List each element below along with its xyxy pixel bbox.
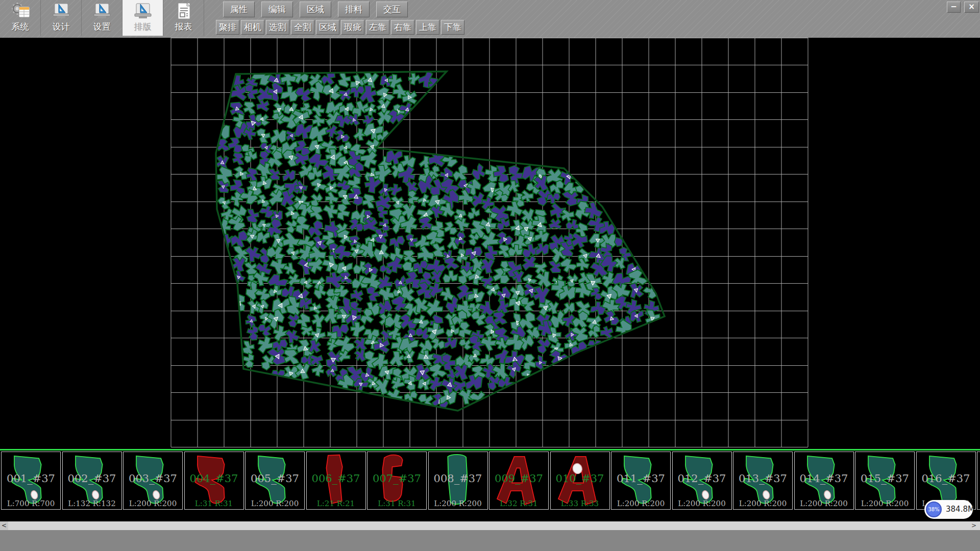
ribbon-tab-label: 系统 [12,21,29,33]
scroll-left-arrow-icon[interactable]: < [0,521,8,530]
part-lr-count: L:32 R:31 [489,499,548,508]
part-id-label: 016_#37 [917,472,975,485]
tool-button[interactable]: 上靠 [416,20,439,35]
part-thumbnail[interactable]: 009_#37 L:32 R:31 [489,452,549,510]
memory-status-badge[interactable]: 38% 384.8M [924,500,973,519]
system-gear-icon [10,2,31,20]
bottom-bar [0,530,980,551]
close-button[interactable]: × [964,2,979,13]
scroll-right-arrow-icon[interactable]: > [970,521,978,530]
part-lr-count: L:200 R:200 [246,499,304,508]
menu-button[interactable]: 编辑 [261,2,293,17]
part-id-label: 003_#37 [124,472,182,485]
part-id-label: 014_#37 [795,472,853,485]
menu-button[interactable]: 属性 [223,2,255,17]
part-id-label: 004_#37 [185,472,243,485]
nesting-canvas[interactable] [0,38,980,449]
ribbon-tab-system[interactable]: 系统 [0,0,41,36]
ribbon-tab-label: 设置 [93,21,111,33]
part-lr-count: L:200 R:200 [795,499,853,508]
part-lr-count: L:200 R:200 [733,499,792,508]
part-thumbnail[interactable]: 014_#37 L:200 R:200 [794,452,854,510]
part-id-label: 011_#37 [611,472,670,485]
horizontal-scrollbar[interactable]: < > [0,521,980,530]
part-thumbnail[interactable]: 012_#37 L:200 R:200 [672,452,732,510]
parts-thumbnail-strip: 001_#37 L:700 R:700 002_#37 L:132 R:132 … [0,450,980,511]
nesting-ruler-icon [133,2,153,20]
ribbon-tab-label: 报表 [175,21,192,33]
part-thumbnail[interactable]: 005_#37 L:200 R:200 [245,452,305,510]
part-thumbnail[interactable]: 003_#37 L:200 R:200 [123,452,183,510]
part-thumbnail[interactable]: 007_#37 L:31 R:31 [367,452,427,510]
part-thumbnail[interactable]: 013_#37 L:200 R:200 [733,452,793,510]
ribbon-tab-report[interactable]: 报表 [163,0,204,36]
part-id-label: 006_#37 [307,472,365,485]
part-id-label: 005_#37 [246,472,304,485]
report-doc-icon [174,2,194,20]
settings-ruler-icon [92,2,112,20]
tool-button[interactable]: 区域 [316,20,339,35]
part-id-label: 008_#37 [429,472,487,485]
part-lr-count: L:200 R:200 [855,499,914,508]
tool-button[interactable]: 全割 [291,20,314,35]
part-lr-count: L:31 R:31 [368,499,426,508]
ribbon-tab-label: 设计 [53,21,70,33]
part-thumbnail[interactable]: 006_#37 L:21 R:21 [306,452,366,510]
tool-button[interactable]: 右靠 [391,20,414,35]
part-id-label: 007_#37 [368,472,426,485]
part-id-label: 001_#37 [2,472,60,485]
progress-percent-badge: 38% [926,502,942,517]
part-thumbnail[interactable]: 015_#37 L:200 R:200 [855,452,915,510]
ribbon-tab-bar: 系统 设计 设置 排版 报表 [0,0,204,36]
ribbon-tab-settings[interactable]: 设置 [82,0,122,36]
tool-button[interactable]: 下靠 [441,20,464,35]
menu-button[interactable]: 交互 [376,2,408,17]
part-thumbnail[interactable] [977,452,980,510]
part-lr-count: L:200 R:200 [124,499,182,508]
part-thumbnail[interactable]: 008_#37 L:200 R:200 [428,452,488,510]
part-shape [977,452,980,509]
part-lr-count: L:200 R:200 [429,499,487,508]
menu-bar: 属性 编辑 区域 排料 交互 [223,2,408,17]
part-lr-count: L:132 R:132 [63,499,121,508]
tool-button[interactable]: 左靠 [366,20,389,35]
ribbon-tab-nesting[interactable]: 排版 [122,0,163,36]
part-lr-count: L:31 R:31 [185,499,243,508]
part-lr-count: L:33 R:33 [551,499,609,508]
part-id-label: 013_#37 [733,472,792,485]
minimize-button[interactable]: − [947,2,961,13]
tool-button[interactable]: 选割 [266,20,289,35]
part-id-label: 009_#37 [489,472,548,485]
part-lr-count: L:200 R:200 [673,499,731,508]
part-lr-count: L:700 R:700 [2,499,60,508]
toolbar: 系统 设计 设置 排版 报表 [0,0,980,38]
part-lr-count: L:200 R:200 [611,499,670,508]
nesting-drawing [0,38,980,449]
tool-button[interactable]: 相机 [241,20,264,35]
ribbon-tab-label: 排版 [134,21,152,33]
tool-button[interactable]: 聚排 [216,20,239,35]
part-thumbnail[interactable]: 011_#37 L:200 R:200 [611,452,671,510]
tool-button[interactable]: 瑕疵 [341,20,364,35]
part-thumbnail[interactable]: 004_#37 L:31 R:31 [184,452,244,510]
design-ruler-icon [51,2,71,20]
ribbon-tab-design[interactable]: 设计 [41,0,82,36]
app-window: 系统 设计 设置 排版 报表 [0,0,980,551]
part-thumbnail[interactable]: 002_#37 L:132 R:132 [62,452,122,510]
tool-button-bar: 聚排 相机 选割 全割 区域 瑕疵 左靠 右靠 上靠 下靠 [216,20,464,35]
part-thumbnail[interactable]: 010_#37 L:33 R:33 [550,452,610,510]
part-id-label: 010_#37 [551,472,609,485]
part-id-label: 002_#37 [63,472,121,485]
part-id-label: 015_#37 [855,472,914,485]
menu-button[interactable]: 排料 [338,2,370,17]
menu-button[interactable]: 区域 [300,2,331,17]
part-thumbnail[interactable]: 001_#37 L:700 R:700 [1,452,61,510]
memory-usage-label: 384.8M [946,500,974,519]
part-lr-count: L:21 R:21 [307,499,365,508]
part-id-label: 012_#37 [673,472,731,485]
